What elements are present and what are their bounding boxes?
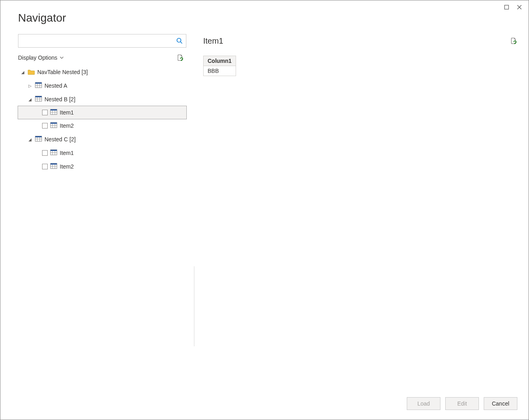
- svg-rect-11: [35, 136, 42, 137]
- svg-rect-7: [50, 109, 57, 111]
- tree-item-b-item2[interactable]: ▷ Item2: [18, 119, 186, 133]
- tree-item-c-item2[interactable]: ▷ Item2: [18, 160, 186, 173]
- refresh-icon: [510, 37, 517, 44]
- tree-node-nested-b[interactable]: ◢ Nested B [2]: [18, 92, 186, 106]
- table-icon: [35, 136, 42, 143]
- dialog-title: Navigator: [0, 0, 529, 34]
- tree-item-label: Item1: [60, 109, 74, 116]
- object-tree: ◢ NavTable Nested [3] ▷ Nested A ◢: [18, 65, 186, 173]
- svg-rect-0: [505, 5, 509, 9]
- svg-rect-9: [50, 123, 57, 124]
- square-icon: [504, 5, 509, 10]
- table-icon: [35, 96, 42, 103]
- svg-rect-13: [50, 150, 57, 151]
- navigator-pane: Display Options ◢ NavTable Nested [3]: [18, 34, 194, 346]
- table-icon: [35, 82, 42, 89]
- maximize-button[interactable]: [503, 4, 510, 11]
- tree-item-label: Item2: [60, 163, 74, 170]
- svg-rect-15: [50, 163, 57, 165]
- tree-item-label: Item1: [60, 150, 74, 156]
- search-input[interactable]: [18, 34, 186, 48]
- refresh-button[interactable]: [177, 54, 184, 61]
- tree-item-label: Item2: [60, 123, 74, 129]
- preview-refresh-button[interactable]: [510, 37, 517, 44]
- column-header[interactable]: Column1: [204, 56, 236, 66]
- folder-icon: [28, 69, 35, 75]
- table-icon: [50, 149, 57, 157]
- svg-rect-5: [35, 96, 42, 97]
- table-row[interactable]: BBB: [204, 66, 236, 76]
- tree-node-nested-c[interactable]: ◢ Nested C [2]: [18, 133, 186, 146]
- table-icon: [50, 122, 57, 129]
- table-icon: [50, 163, 57, 170]
- tree-node-label: Nested B [2]: [44, 96, 75, 102]
- tree-item-c-item1[interactable]: ▷ Item1: [18, 146, 186, 160]
- load-button[interactable]: Load: [407, 397, 440, 410]
- svg-rect-3: [35, 82, 42, 84]
- checkbox[interactable]: [42, 150, 48, 156]
- table-cell: BBB: [204, 66, 236, 76]
- caret-down-icon: ◢: [28, 137, 32, 142]
- cancel-button[interactable]: Cancel: [484, 397, 517, 410]
- close-icon: [517, 4, 522, 10]
- tree-item-b-item1[interactable]: ▷ Item1: [18, 106, 187, 119]
- display-options-dropdown[interactable]: Display Options: [18, 54, 64, 61]
- edit-button[interactable]: Edit: [445, 397, 479, 410]
- tree-node-label: Nested C [2]: [44, 136, 76, 143]
- close-button[interactable]: [516, 4, 523, 11]
- checkbox[interactable]: [42, 123, 48, 129]
- tree-node-label: Nested A: [44, 82, 67, 89]
- checkbox[interactable]: [42, 164, 48, 169]
- preview-pane: Item1 Column1 BBB: [194, 34, 517, 346]
- caret-down-icon: ◢: [28, 97, 32, 102]
- caret-right-icon: ▷: [28, 84, 32, 88]
- table-icon: [50, 109, 57, 116]
- display-options-label: Display Options: [18, 54, 57, 61]
- checkbox[interactable]: [42, 110, 48, 115]
- preview-title: Item1: [203, 36, 223, 46]
- tree-root[interactable]: ◢ NavTable Nested [3]: [18, 65, 186, 79]
- preview-table: Column1 BBB: [203, 56, 236, 76]
- tree-root-label: NavTable Nested [3]: [37, 69, 88, 75]
- tree-node-nested-a[interactable]: ▷ Nested A: [18, 79, 186, 92]
- caret-down-icon: ◢: [20, 70, 25, 74]
- refresh-icon: [177, 54, 184, 61]
- chevron-down-icon: [60, 56, 64, 59]
